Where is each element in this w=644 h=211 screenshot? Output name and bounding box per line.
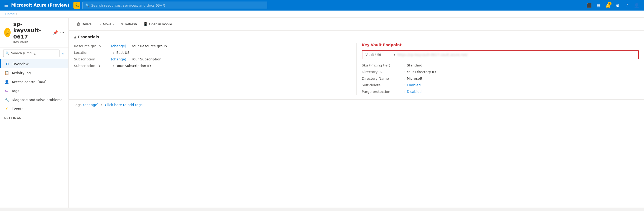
main-content: 🗑 Delete → Move ▾ ↻ Refresh 📱 Open in mo…: [69, 18, 644, 208]
essentials-right-column: Key Vault Endpoint Vault URI : https://s…: [356, 43, 639, 95]
search-icon: 🔍: [6, 51, 10, 55]
layout-icon[interactable]: ▦: [594, 1, 603, 9]
field-resource-group-label: Resource group: [74, 44, 111, 48]
vault-uri-value: https://sp-keyvault-0617.vault.azure.net…: [397, 53, 468, 57]
header-actions: 📌 ···: [53, 30, 64, 35]
field-subscription: Subscription (change) : Your Subscriptio…: [74, 56, 351, 63]
hamburger-icon[interactable]: ☰: [3, 2, 9, 9]
field-sku-value: Standard: [407, 63, 422, 67]
essentials-columns: Resource group (change) : Your Resource …: [74, 43, 639, 95]
sidebar-search-container: 🔍 Search (Cmd+/) «: [0, 47, 68, 59]
breadcrumb-separator: ›: [16, 12, 17, 16]
sidebar: 🔑 sp-keyvault-0617 Key vault 📌 ··· 🔍 Sea…: [0, 18, 69, 208]
notifications-icon[interactable]: 🔔 1: [604, 1, 612, 9]
field-subscription-id-value: Your Subscription ID: [116, 64, 151, 68]
field-directory-id-label: Directory ID: [362, 70, 402, 74]
field-soft-delete-value[interactable]: Enabled: [407, 83, 421, 87]
refresh-button[interactable]: ↻ Refresh: [118, 20, 139, 28]
field-subscription-change[interactable]: (change): [111, 57, 126, 61]
essentials-section-header: ▲ Essentials: [74, 35, 639, 39]
move-label: Move: [103, 22, 111, 26]
breadcrumb-home[interactable]: Home: [5, 12, 15, 16]
tags-row: Tags (change) : Click here to add tags: [74, 103, 639, 107]
sidebar-nav: ⊙ Overview 📋 Activity log 👤 Access contr…: [0, 59, 68, 208]
sidebar-item-diagnose[interactable]: 🔧 Diagnose and solve problems: [0, 95, 68, 104]
sidebar-search-input[interactable]: 🔍 Search (Cmd+/): [3, 50, 59, 57]
toolbar: 🗑 Delete → Move ▾ ↻ Refresh 📱 Open in mo…: [69, 18, 644, 31]
top-nav-icons: ⬛ ▦ 🔔 1 ⚙ ? 👤: [585, 1, 641, 9]
global-search[interactable]: 🔍 Search resources, services, and docs (…: [82, 2, 267, 9]
field-subscription-label: Subscription: [74, 57, 111, 61]
search-placeholder-text: Search resources, services, and docs (G+…: [91, 3, 165, 7]
resource-subtitle: Key vault: [13, 40, 48, 44]
delete-button[interactable]: 🗑 Delete: [74, 20, 94, 28]
screen-icon[interactable]: ⬛: [585, 1, 593, 9]
service-icon-badge: 🐛: [73, 2, 80, 9]
sidebar-item-overview[interactable]: ⊙ Overview: [0, 59, 68, 68]
pin-icon[interactable]: 📌: [53, 30, 58, 35]
tags-icon: 🏷: [4, 89, 9, 93]
vault-uri-row: Vault URI : https://sp-keyvault-0617.vau…: [362, 50, 639, 59]
field-resource-group-value: Your Resource group: [132, 44, 167, 48]
tags-change-link[interactable]: (change): [83, 103, 99, 107]
sidebar-search-placeholder: Search (Cmd+/): [11, 51, 36, 55]
field-soft-delete: Soft-delete : Enabled: [362, 82, 639, 88]
move-chevron-icon: ▾: [113, 23, 114, 26]
notification-badge: 1: [608, 2, 612, 6]
mobile-icon: 📱: [143, 22, 148, 26]
sidebar-item-access-control[interactable]: 👤 Access control (IAM): [0, 77, 68, 86]
top-nav: ☰ Microsoft Azure (Preview) 🐛 🔍 Search r…: [0, 0, 644, 11]
collapse-sidebar-button[interactable]: «: [60, 51, 65, 56]
vault-uri-label: Vault URI: [366, 53, 392, 57]
field-location-value: East US: [116, 51, 129, 55]
essentials-section: ▲ Essentials Resource group (change) : Y…: [69, 31, 644, 99]
chevron-up-icon: ▲: [74, 35, 76, 39]
field-soft-delete-label: Soft-delete: [362, 83, 402, 87]
field-sku-label: Sku (Pricing tier): [362, 63, 402, 67]
user-icon[interactable]: 👤: [632, 1, 641, 9]
field-directory-id: Directory ID : Your Directory ID: [362, 69, 639, 75]
delete-label: Delete: [82, 22, 92, 26]
essentials-left-column: Resource group (change) : Your Resource …: [74, 43, 356, 95]
open-mobile-button[interactable]: 📱 Open in mobile: [141, 20, 175, 28]
refresh-icon: ↻: [120, 22, 123, 26]
help-icon[interactable]: ?: [623, 1, 631, 9]
settings-icon[interactable]: ⚙: [613, 1, 622, 9]
sidebar-item-activity-log[interactable]: 📋 Activity log: [0, 68, 68, 77]
essentials-title: Essentials: [78, 35, 99, 39]
field-subscription-id: Subscription ID : Your Subscription ID: [74, 63, 351, 69]
tags-add-link[interactable]: Click here to add tags: [105, 103, 142, 107]
field-subscription-value: Your Subscription: [132, 57, 161, 61]
diagnose-icon: 🔧: [4, 98, 9, 102]
field-directory-name-label: Directory Name: [362, 76, 402, 80]
resource-header: 🔑 sp-keyvault-0617 Key vault 📌 ···: [0, 18, 68, 47]
search-icon: 🔍: [85, 3, 90, 7]
field-subscription-id-label: Subscription ID: [74, 64, 111, 68]
sidebar-item-tags[interactable]: 🏷 Tags: [0, 86, 68, 95]
access-control-icon: 👤: [4, 80, 9, 84]
sidebar-item-activity-log-label: Activity log: [12, 71, 31, 75]
events-icon: ⚡: [4, 107, 9, 111]
breadcrumb: Home ›: [0, 11, 644, 18]
sidebar-item-events[interactable]: ⚡ Events: [0, 104, 68, 113]
move-button[interactable]: → Move ▾: [95, 20, 117, 28]
field-purge-protection-value[interactable]: Disabled: [407, 90, 422, 94]
delete-icon: 🗑: [77, 22, 80, 26]
field-directory-name-value: Microsoft: [407, 76, 422, 80]
tags-label: Tags: [74, 103, 82, 107]
overview-icon: ⊙: [5, 62, 10, 66]
field-directory-id-value: Your Directory ID: [407, 70, 436, 74]
sidebar-item-access-control-label: Access control (IAM): [12, 80, 46, 84]
field-location-label: Location: [74, 51, 111, 55]
resource-title: sp-keyvault-0617: [13, 21, 48, 40]
refresh-label: Refresh: [125, 22, 137, 26]
field-directory-name: Directory Name : Microsoft: [362, 75, 639, 82]
sidebar-item-tags-label: Tags: [12, 89, 19, 93]
field-resource-group-change[interactable]: (change): [111, 44, 126, 48]
field-resource-group: Resource group (change) : Your Resource …: [74, 43, 351, 49]
move-icon: →: [98, 22, 102, 26]
field-purge-protection: Purge protection : Disabled: [362, 88, 639, 95]
field-location: Location : East US: [74, 49, 351, 56]
sidebar-item-diagnose-label: Diagnose and solve problems: [12, 98, 62, 102]
more-options-icon[interactable]: ···: [60, 30, 64, 35]
